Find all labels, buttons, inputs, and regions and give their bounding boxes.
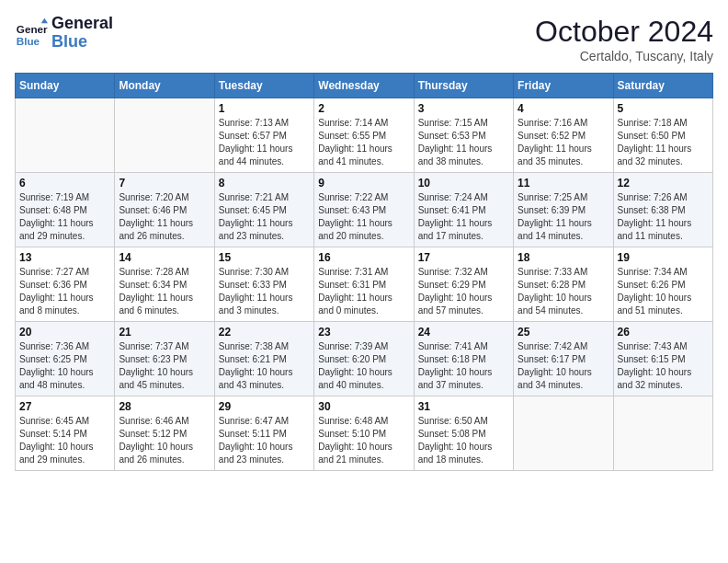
day-detail: Sunrise: 6:46 AM Sunset: 5:12 PM Dayligh… (119, 415, 210, 466)
page-header: General Blue General Blue October 2024 C… (15, 15, 713, 63)
day-detail: Sunrise: 6:47 AM Sunset: 5:11 PM Dayligh… (219, 415, 310, 466)
day-detail: Sunrise: 7:34 AM Sunset: 6:26 PM Dayligh… (618, 266, 709, 317)
day-detail: Sunrise: 7:37 AM Sunset: 6:23 PM Dayligh… (119, 340, 210, 392)
day-number: 19 (618, 251, 709, 264)
calendar-cell: 8Sunrise: 7:21 AM Sunset: 6:45 PM Daylig… (214, 173, 313, 247)
calendar-cell: 17Sunrise: 7:32 AM Sunset: 6:29 PM Dayli… (414, 247, 513, 322)
calendar-cell: 13Sunrise: 7:27 AM Sunset: 6:36 PM Dayli… (16, 247, 115, 322)
calendar-cell: 10Sunrise: 7:24 AM Sunset: 6:41 PM Dayli… (414, 173, 513, 247)
calendar-cell: 28Sunrise: 6:46 AM Sunset: 5:12 PM Dayli… (115, 396, 214, 471)
calendar-cell: 14Sunrise: 7:28 AM Sunset: 6:34 PM Dayli… (115, 247, 214, 322)
calendar-cell: 4Sunrise: 7:16 AM Sunset: 6:52 PM Daylig… (514, 98, 613, 173)
weekday-header-row: SundayMondayTuesdayWednesdayThursdayFrid… (16, 74, 713, 98)
weekday-header: Monday (115, 74, 214, 98)
day-number: 30 (318, 400, 409, 413)
day-number: 18 (518, 251, 609, 264)
calendar-cell: 2Sunrise: 7:14 AM Sunset: 6:55 PM Daylig… (314, 98, 414, 173)
day-detail: Sunrise: 7:26 AM Sunset: 6:38 PM Dayligh… (618, 191, 709, 243)
title-block: October 2024 Certaldo, Tuscany, Italy (535, 15, 713, 63)
day-detail: Sunrise: 7:22 AM Sunset: 6:43 PM Dayligh… (318, 191, 409, 243)
day-number: 25 (518, 326, 609, 339)
day-number: 13 (19, 251, 110, 264)
calendar-cell: 9Sunrise: 7:22 AM Sunset: 6:43 PM Daylig… (314, 173, 414, 247)
calendar-cell: 18Sunrise: 7:33 AM Sunset: 6:28 PM Dayli… (514, 247, 613, 322)
calendar-cell: 24Sunrise: 7:41 AM Sunset: 6:18 PM Dayli… (414, 322, 513, 396)
day-number: 22 (219, 326, 310, 339)
day-number: 29 (219, 400, 310, 413)
day-detail: Sunrise: 7:30 AM Sunset: 6:33 PM Dayligh… (219, 266, 310, 317)
day-number: 23 (318, 326, 409, 339)
day-number: 12 (618, 177, 709, 190)
day-detail: Sunrise: 7:42 AM Sunset: 6:17 PM Dayligh… (518, 340, 609, 392)
calendar-week-row: 27Sunrise: 6:45 AM Sunset: 5:14 PM Dayli… (16, 396, 713, 471)
calendar-cell: 30Sunrise: 6:48 AM Sunset: 5:10 PM Dayli… (314, 396, 414, 471)
day-number: 21 (119, 326, 210, 339)
calendar-cell: 11Sunrise: 7:25 AM Sunset: 6:39 PM Dayli… (514, 173, 613, 247)
day-detail: Sunrise: 7:19 AM Sunset: 6:48 PM Dayligh… (19, 191, 110, 243)
day-detail: Sunrise: 7:14 AM Sunset: 6:55 PM Dayligh… (318, 117, 409, 168)
calendar-week-row: 6Sunrise: 7:19 AM Sunset: 6:48 PM Daylig… (16, 173, 713, 247)
calendar-week-row: 1Sunrise: 7:13 AM Sunset: 6:57 PM Daylig… (16, 98, 713, 173)
day-detail: Sunrise: 7:24 AM Sunset: 6:41 PM Dayligh… (418, 191, 509, 243)
day-number: 24 (418, 326, 509, 339)
day-number: 28 (119, 400, 210, 413)
svg-text:Blue: Blue (17, 34, 40, 46)
logo-icon: General Blue (15, 17, 48, 50)
calendar-header: SundayMondayTuesdayWednesdayThursdayFrid… (16, 74, 713, 98)
day-number: 16 (318, 251, 409, 264)
calendar-cell: 6Sunrise: 7:19 AM Sunset: 6:48 PM Daylig… (16, 173, 115, 247)
calendar-week-row: 20Sunrise: 7:36 AM Sunset: 6:25 PM Dayli… (16, 322, 713, 396)
calendar-week-row: 13Sunrise: 7:27 AM Sunset: 6:36 PM Dayli… (16, 247, 713, 322)
weekday-header: Sunday (16, 74, 115, 98)
location: Certaldo, Tuscany, Italy (535, 49, 713, 63)
day-number: 26 (618, 326, 709, 339)
calendar-cell: 25Sunrise: 7:42 AM Sunset: 6:17 PM Dayli… (514, 322, 613, 396)
day-number: 14 (119, 251, 210, 264)
day-detail: Sunrise: 7:39 AM Sunset: 6:20 PM Dayligh… (318, 340, 409, 392)
calendar-cell: 26Sunrise: 7:43 AM Sunset: 6:15 PM Dayli… (613, 322, 712, 396)
day-number: 1 (219, 102, 310, 115)
calendar-body: 1Sunrise: 7:13 AM Sunset: 6:57 PM Daylig… (16, 98, 713, 471)
day-number: 31 (418, 400, 509, 413)
day-number: 7 (119, 177, 210, 190)
logo: General Blue General Blue (15, 15, 113, 52)
day-detail: Sunrise: 7:32 AM Sunset: 6:29 PM Dayligh… (418, 266, 509, 317)
logo-blue: Blue (51, 33, 113, 52)
calendar-cell: 31Sunrise: 6:50 AM Sunset: 5:08 PM Dayli… (414, 396, 513, 471)
weekday-header: Tuesday (214, 74, 313, 98)
day-number: 4 (518, 102, 609, 115)
calendar-cell: 12Sunrise: 7:26 AM Sunset: 6:38 PM Dayli… (613, 173, 712, 247)
day-detail: Sunrise: 7:36 AM Sunset: 6:25 PM Dayligh… (19, 340, 110, 392)
day-number: 27 (19, 400, 110, 413)
day-detail: Sunrise: 7:21 AM Sunset: 6:45 PM Dayligh… (219, 191, 310, 243)
calendar-cell: 29Sunrise: 6:47 AM Sunset: 5:11 PM Dayli… (214, 396, 313, 471)
calendar-cell (16, 98, 115, 173)
month-title: October 2024 (535, 15, 713, 49)
logo-general: General (51, 15, 113, 33)
calendar-cell (115, 98, 214, 173)
day-number: 15 (219, 251, 310, 264)
calendar-cell: 1Sunrise: 7:13 AM Sunset: 6:57 PM Daylig… (214, 98, 313, 173)
calendar-cell (514, 396, 613, 471)
day-number: 17 (418, 251, 509, 264)
day-detail: Sunrise: 7:31 AM Sunset: 6:31 PM Dayligh… (318, 266, 409, 317)
day-number: 6 (19, 177, 110, 190)
calendar-cell: 16Sunrise: 7:31 AM Sunset: 6:31 PM Dayli… (314, 247, 414, 322)
calendar-cell: 21Sunrise: 7:37 AM Sunset: 6:23 PM Dayli… (115, 322, 214, 396)
calendar-table: SundayMondayTuesdayWednesdayThursdayFrid… (15, 73, 713, 471)
day-number: 2 (318, 102, 409, 115)
day-detail: Sunrise: 7:25 AM Sunset: 6:39 PM Dayligh… (518, 191, 609, 243)
day-detail: Sunrise: 7:18 AM Sunset: 6:50 PM Dayligh… (618, 117, 709, 168)
weekday-header: Wednesday (314, 74, 414, 98)
day-detail: Sunrise: 7:16 AM Sunset: 6:52 PM Dayligh… (518, 117, 609, 168)
calendar-cell: 23Sunrise: 7:39 AM Sunset: 6:20 PM Dayli… (314, 322, 414, 396)
day-detail: Sunrise: 7:20 AM Sunset: 6:46 PM Dayligh… (119, 191, 210, 243)
day-detail: Sunrise: 7:33 AM Sunset: 6:28 PM Dayligh… (518, 266, 609, 317)
day-detail: Sunrise: 7:13 AM Sunset: 6:57 PM Dayligh… (219, 117, 310, 168)
svg-marker-2 (41, 18, 48, 23)
calendar-cell: 15Sunrise: 7:30 AM Sunset: 6:33 PM Dayli… (214, 247, 313, 322)
calendar-cell (613, 396, 712, 471)
calendar-cell: 22Sunrise: 7:38 AM Sunset: 6:21 PM Dayli… (214, 322, 313, 396)
day-number: 20 (19, 326, 110, 339)
calendar-cell: 20Sunrise: 7:36 AM Sunset: 6:25 PM Dayli… (16, 322, 115, 396)
